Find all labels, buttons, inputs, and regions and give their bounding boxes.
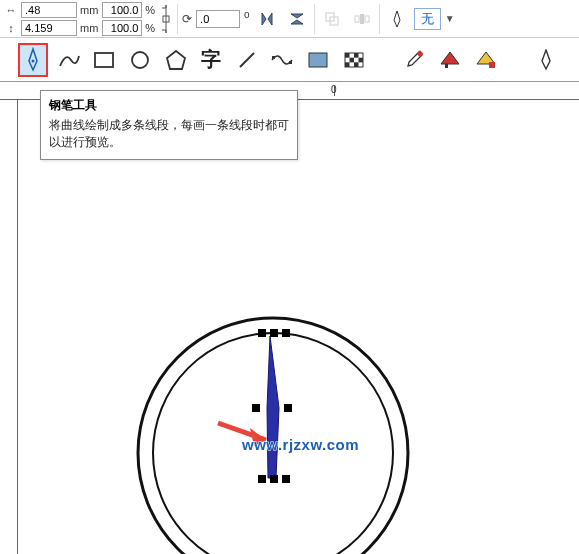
svg-marker-22: [441, 52, 459, 64]
polygon-tool-button[interactable]: [161, 43, 191, 77]
tooltip-body: 将曲线绘制成多条线段，每画一条线段时都可以进行预览。: [49, 117, 289, 151]
vertical-ruler[interactable]: [0, 100, 18, 554]
interactive-fill-button[interactable]: [435, 43, 465, 77]
svg-rect-3: [355, 16, 359, 22]
mirror-horizontal-button[interactable]: [254, 6, 280, 32]
height-icon: ↕: [4, 22, 18, 34]
svg-rect-12: [289, 61, 292, 64]
ruler-tick-0: 0: [331, 84, 337, 95]
selection-handle[interactable]: [282, 329, 290, 337]
selection-handle[interactable]: [270, 475, 278, 483]
svg-rect-11: [272, 56, 275, 59]
svg-rect-23: [445, 64, 448, 68]
svg-rect-13: [309, 53, 327, 67]
distribute-button: [349, 6, 375, 32]
degree-symbol: o: [244, 9, 250, 20]
drawing-object[interactable]: [128, 308, 418, 554]
svg-rect-20: [354, 62, 359, 67]
smart-fill-button[interactable]: [471, 43, 501, 77]
svg-rect-5: [360, 14, 364, 24]
svg-rect-7: [95, 53, 113, 67]
selection-handle[interactable]: [258, 475, 266, 483]
outline-pen-tool-button[interactable]: [531, 43, 561, 77]
scale-fields: % %: [102, 2, 155, 36]
height-input[interactable]: [21, 20, 77, 36]
pen-tool-button[interactable]: [18, 43, 48, 77]
shaping-button: [319, 6, 345, 32]
options-bar: ↔ mm ↕ mm % % ⟳ o: [0, 0, 579, 38]
stroke-width-display[interactable]: 无: [414, 8, 441, 30]
svg-rect-16: [354, 53, 359, 58]
bezier-tool-button[interactable]: [54, 43, 84, 77]
text-tool-button[interactable]: 字: [196, 43, 226, 77]
selection-handle[interactable]: [282, 475, 290, 483]
watermark-text: www.rjzxw.com: [242, 436, 359, 453]
width-unit: mm: [80, 4, 98, 16]
svg-line-10: [240, 53, 254, 67]
lock-aspect-icon[interactable]: [159, 2, 173, 36]
svg-point-6: [31, 59, 34, 62]
svg-rect-18: [358, 57, 363, 62]
transparency-button[interactable]: [339, 43, 369, 77]
selection-handle[interactable]: [284, 404, 292, 412]
selection-handle[interactable]: [258, 329, 266, 337]
divider: [177, 4, 178, 34]
width-icon: ↔: [4, 4, 18, 16]
rotation-section: ⟳ o: [182, 10, 250, 28]
outline-pen-button[interactable]: [384, 6, 410, 32]
svg-rect-15: [345, 53, 350, 58]
svg-marker-9: [167, 51, 185, 69]
dimension-fields: ↔ mm ↕ mm: [4, 2, 98, 36]
fill-rectangle-button[interactable]: [303, 43, 333, 77]
divider: [379, 4, 380, 34]
text-glyph: 字: [201, 46, 221, 73]
selection-handle[interactable]: [270, 329, 278, 337]
tool-tooltip: 钢笔工具 将曲线绘制成多条线段，每画一条线段时都可以进行预览。: [40, 90, 298, 160]
toolbox: 字: [0, 38, 579, 82]
svg-point-8: [132, 52, 148, 68]
rotate-icon: ⟳: [182, 12, 192, 26]
svg-rect-25: [489, 62, 495, 68]
width-input[interactable]: [21, 2, 77, 18]
mirror-vertical-button[interactable]: [284, 6, 310, 32]
scale-y-unit: %: [145, 22, 155, 34]
scale-x-input[interactable]: [102, 2, 142, 18]
svg-rect-4: [365, 16, 369, 22]
tooltip-title: 钢笔工具: [49, 97, 289, 114]
svg-rect-19: [345, 62, 350, 67]
rectangle-tool-button[interactable]: [90, 43, 120, 77]
angle-input[interactable]: [196, 10, 240, 28]
ellipse-tool-button[interactable]: [125, 43, 155, 77]
divider: [314, 4, 315, 34]
scale-x-unit: %: [145, 4, 155, 16]
height-unit: mm: [80, 22, 98, 34]
canvas[interactable]: [18, 100, 579, 554]
eyedropper-tool-button[interactable]: [400, 43, 430, 77]
svg-rect-17: [349, 57, 354, 62]
dropdown-arrow-icon[interactable]: ▼: [445, 13, 455, 24]
artistic-media-button[interactable]: [268, 43, 298, 77]
freehand-tool-button[interactable]: [232, 43, 262, 77]
scale-y-input[interactable]: [102, 20, 142, 36]
selection-handle[interactable]: [252, 404, 260, 412]
